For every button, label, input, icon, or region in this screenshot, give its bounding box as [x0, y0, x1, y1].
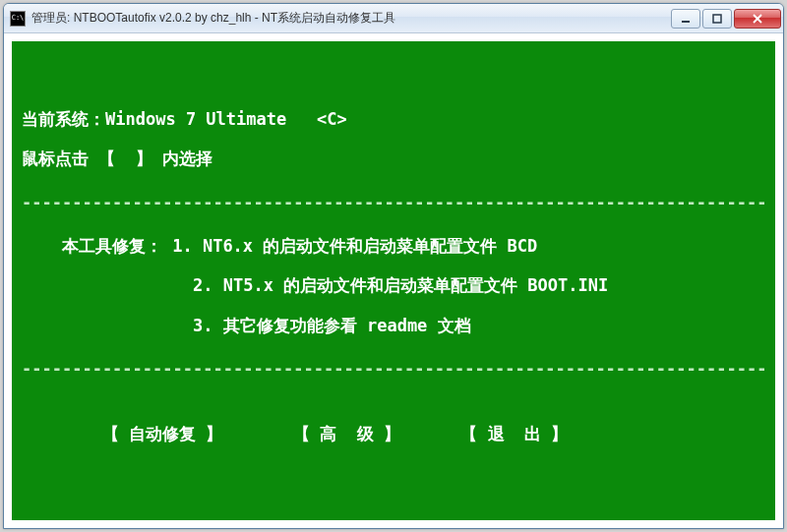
current-system-line: 当前系统：Windows 7 Ultimate <C> — [22, 106, 765, 132]
fix-line-1: 本工具修复： 1. NT6.x 的启动文件和启动菜单配置文件 BCD — [22, 233, 765, 259]
current-system-label: 当前系统： — [22, 109, 105, 129]
menu-row: 【 自动修复 】 【 高 级 】 【 退 出 】 — [22, 421, 765, 446]
maximize-button[interactable] — [702, 9, 732, 29]
svg-rect-1 — [713, 15, 721, 23]
separator-top: ----------------------------------------… — [22, 190, 765, 215]
click-hint: 鼠标点击 【 】 内选择 — [22, 146, 765, 171]
separator-bottom: ----------------------------------------… — [22, 356, 765, 382]
current-system-value: Windows 7 Ultimate <C> — [105, 109, 347, 129]
close-button[interactable] — [734, 9, 781, 29]
app-window: C:\ 管理员: NTBOOTautofix v2.0.2 by chz_hlh… — [3, 3, 784, 529]
svg-rect-0 — [682, 21, 690, 23]
window-controls — [671, 9, 781, 29]
console-icon: C:\ — [10, 11, 26, 27]
console-area: 当前系统：Windows 7 Ultimate <C> 鼠标点击 【 】 内选择… — [12, 41, 775, 520]
fix-line-2: 2. NT5.x 的启动文件和启动菜单配置文件 BOOT.INI — [22, 272, 765, 298]
fix-line-3: 3. 其它修复功能参看 readme 文档 — [22, 313, 765, 338]
window-title: 管理员: NTBOOTautofix v2.0.2 by chz_hlh - N… — [31, 10, 671, 27]
auto-fix-button[interactable]: 【 自动修复 】 — [102, 424, 222, 443]
advanced-button[interactable]: 【 高 级 】 — [293, 424, 400, 443]
minimize-button[interactable] — [671, 9, 700, 29]
titlebar[interactable]: C:\ 管理员: NTBOOTautofix v2.0.2 by chz_hlh… — [4, 4, 783, 33]
exit-button[interactable]: 【 退 出 】 — [460, 424, 568, 443]
